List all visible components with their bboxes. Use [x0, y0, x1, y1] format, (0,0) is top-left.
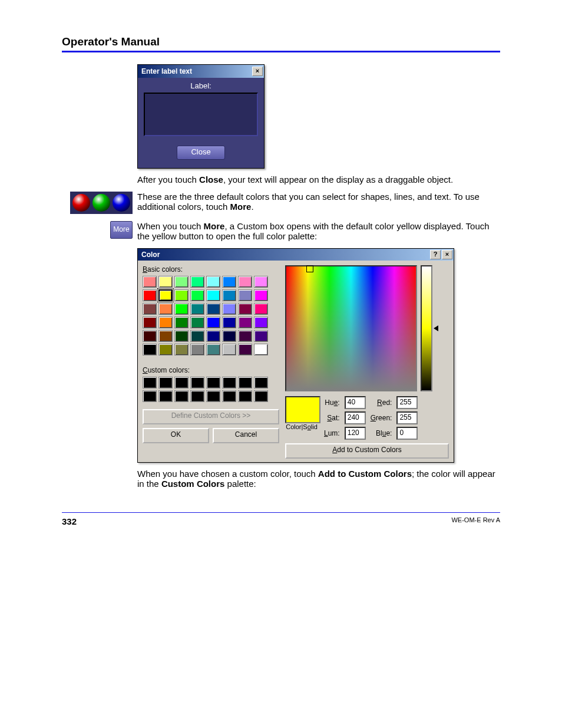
color-dialog: Color ? × Basic colors: Custom colors: D… [137, 248, 454, 463]
custom-colors-grid [143, 377, 279, 402]
basic-color-swatch[interactable] [143, 276, 157, 288]
custom-color-swatch[interactable] [254, 377, 268, 388]
basic-color-swatch[interactable] [174, 330, 189, 342]
basic-color-swatch[interactable] [222, 330, 236, 342]
basic-color-swatch[interactable] [174, 276, 189, 288]
basic-colors-label: Basic colors: [143, 265, 279, 274]
basic-color-swatch[interactable] [158, 289, 173, 301]
basic-color-swatch[interactable] [222, 317, 236, 328]
basic-colors-grid [143, 276, 279, 355]
paragraph: When you touch More, a Custom box opens … [137, 221, 500, 241]
basic-color-swatch[interactable] [238, 276, 252, 288]
basic-color-swatch[interactable] [190, 344, 204, 355]
basic-color-swatch[interactable] [206, 344, 220, 355]
basic-color-swatch[interactable] [143, 317, 157, 328]
paragraph: After you touch Close, your text will ap… [137, 174, 500, 185]
custom-colors-label: Custom colors: [143, 366, 279, 374]
add-to-custom-colors-button[interactable]: Add to Custom Colors [285, 443, 449, 459]
basic-color-swatch[interactable] [254, 276, 268, 288]
color-gradient-picker[interactable] [285, 265, 417, 391]
basic-color-swatch[interactable] [222, 303, 236, 315]
page-number: 332 [62, 516, 77, 526]
header-rule [62, 51, 500, 52]
custom-color-swatch[interactable] [174, 390, 189, 402]
close-icon[interactable]: × [252, 67, 263, 76]
basic-color-swatch[interactable] [238, 317, 252, 328]
green-ball-icon[interactable] [92, 194, 110, 212]
basic-color-swatch[interactable] [143, 289, 157, 301]
custom-color-swatch[interactable] [222, 377, 236, 388]
basic-color-swatch[interactable] [206, 330, 220, 342]
luminance-slider[interactable] [421, 265, 432, 391]
basic-color-swatch[interactable] [158, 276, 173, 288]
basic-color-swatch[interactable] [174, 317, 189, 328]
lum-input[interactable]: 120 [345, 427, 366, 440]
basic-color-swatch[interactable] [190, 303, 204, 315]
green-input[interactable]: 255 [396, 411, 418, 424]
red-input[interactable]: 255 [396, 396, 418, 409]
blue-input[interactable]: 0 [396, 427, 418, 440]
close-icon[interactable]: × [442, 250, 452, 259]
basic-color-swatch[interactable] [254, 289, 268, 301]
close-button[interactable]: Close [177, 146, 225, 160]
basic-color-swatch[interactable] [174, 344, 189, 355]
footer-rule [62, 512, 500, 513]
basic-color-swatch[interactable] [190, 289, 204, 301]
more-button[interactable]: More [110, 221, 133, 239]
basic-color-swatch[interactable] [158, 303, 173, 315]
help-icon[interactable]: ? [430, 250, 441, 259]
basic-color-swatch[interactable] [143, 330, 157, 342]
label-textarea[interactable] [144, 93, 258, 136]
basic-color-swatch[interactable] [254, 317, 268, 328]
custom-color-swatch[interactable] [238, 390, 252, 402]
custom-color-swatch[interactable] [206, 390, 220, 402]
paragraph: These are the three default colors that … [137, 192, 500, 214]
basic-color-swatch[interactable] [206, 303, 220, 315]
basic-color-swatch[interactable] [222, 344, 236, 355]
custom-color-swatch[interactable] [174, 377, 189, 388]
basic-color-swatch[interactable] [206, 317, 220, 328]
color-solid-preview[interactable] [285, 396, 320, 423]
custom-color-swatch[interactable] [143, 390, 157, 402]
custom-color-swatch[interactable] [158, 390, 173, 402]
basic-color-swatch[interactable] [238, 289, 252, 301]
custom-color-swatch[interactable] [190, 390, 204, 402]
custom-color-swatch[interactable] [143, 377, 157, 388]
custom-color-swatch[interactable] [238, 377, 252, 388]
basic-color-swatch[interactable] [238, 303, 252, 315]
basic-color-swatch[interactable] [158, 344, 173, 355]
basic-color-swatch[interactable] [254, 344, 268, 355]
basic-color-swatch[interactable] [238, 330, 252, 342]
color-solid-label: Color|Solid [285, 423, 318, 430]
red-ball-icon[interactable] [72, 194, 90, 212]
basic-color-swatch[interactable] [254, 303, 268, 315]
basic-color-swatch[interactable] [206, 289, 220, 301]
cancel-button[interactable]: Cancel [213, 428, 279, 443]
red-label: Red: [371, 398, 392, 407]
custom-color-swatch[interactable] [158, 377, 173, 388]
basic-color-swatch[interactable] [158, 330, 173, 342]
basic-color-swatch[interactable] [174, 303, 189, 315]
doc-id: WE-OM-E Rev A [451, 516, 500, 526]
custom-color-swatch[interactable] [222, 390, 236, 402]
basic-color-swatch[interactable] [143, 303, 157, 315]
basic-color-swatch[interactable] [254, 330, 268, 342]
basic-color-swatch[interactable] [190, 317, 204, 328]
blue-ball-icon[interactable] [113, 194, 130, 212]
basic-color-swatch[interactable] [158, 317, 173, 328]
basic-color-swatch[interactable] [206, 276, 220, 288]
basic-color-swatch[interactable] [143, 344, 157, 355]
ok-button[interactable]: OK [143, 428, 209, 443]
custom-color-swatch[interactable] [190, 377, 204, 388]
custom-color-swatch[interactable] [206, 377, 220, 388]
basic-color-swatch[interactable] [238, 344, 252, 355]
basic-color-swatch[interactable] [190, 276, 204, 288]
basic-color-swatch[interactable] [174, 289, 189, 301]
hue-input[interactable]: 40 [345, 396, 366, 409]
sat-input[interactable]: 240 [345, 411, 366, 424]
custom-color-swatch[interactable] [254, 390, 268, 402]
basic-color-swatch[interactable] [190, 330, 204, 342]
enter-label-dialog: Enter label text × Label: Close [137, 64, 265, 169]
basic-color-swatch[interactable] [222, 289, 236, 301]
basic-color-swatch[interactable] [222, 276, 236, 288]
